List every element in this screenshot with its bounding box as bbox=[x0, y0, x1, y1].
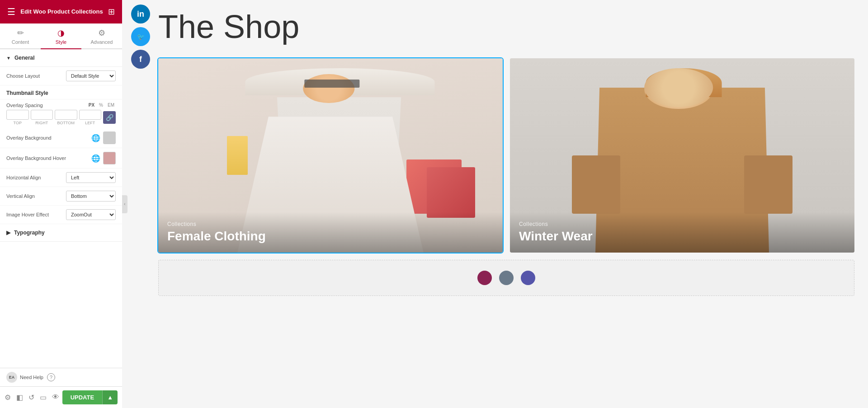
vertical-align-row: Vertical Align Top Middle Bottom bbox=[0, 187, 122, 206]
color-dot-maroon[interactable] bbox=[477, 271, 492, 285]
update-button-wrap: UPDATE ▲ bbox=[62, 390, 118, 404]
overlay-spacing-label-row: Overlay Spacing PX % EM bbox=[0, 99, 122, 109]
choose-layout-label: Choose Layout bbox=[6, 73, 66, 79]
overlay-background-hover-row: Overlay Background Hover 🌐 bbox=[0, 148, 122, 169]
spacing-left-wrap: LEFT bbox=[79, 110, 102, 125]
typography-section-header[interactable]: ▶ Typography bbox=[0, 224, 122, 242]
need-help-area[interactable]: EA Need Help bbox=[6, 372, 43, 383]
general-arrow: ▼ bbox=[6, 56, 11, 61]
spacing-right-wrap: RIGHT bbox=[31, 110, 53, 125]
toolbar-icons: ⚙ ◧ ↺ ▭ 👁 bbox=[5, 393, 59, 402]
overlay-spacing-label: Overlay Spacing bbox=[6, 103, 87, 108]
typography-section-label: Typography bbox=[14, 230, 45, 236]
spacing-link-button[interactable]: 🔗 bbox=[103, 111, 116, 124]
need-help-avatar: EA bbox=[6, 372, 17, 383]
overlay-background-hover-swatch[interactable] bbox=[103, 152, 116, 164]
image-hover-effect-row: Image Hover Effect None ZoomIn ZoomOut S… bbox=[0, 206, 122, 224]
overlay-background-swatch[interactable] bbox=[103, 131, 116, 144]
unit-px[interactable]: PX bbox=[87, 102, 96, 108]
style-tab-icon: ◑ bbox=[57, 28, 65, 38]
overlay-background-label: Overlay Background bbox=[6, 135, 91, 141]
spacing-bottom-label: BOTTOM bbox=[57, 121, 75, 125]
panel-title: Edit Woo Product Collections bbox=[20, 8, 103, 16]
update-button[interactable]: UPDATE bbox=[62, 390, 102, 404]
third-row-partial bbox=[158, 260, 854, 296]
color-dot-blue[interactable] bbox=[521, 271, 535, 285]
overlay-background-hover-controls: 🌐 bbox=[91, 152, 116, 164]
vertical-align-select[interactable]: Top Middle Bottom bbox=[66, 191, 116, 202]
overlay-background-controls: 🌐 bbox=[91, 131, 116, 144]
female-clothing-collection-label: Collections bbox=[167, 221, 494, 227]
bottom-toolbar: ⚙ ◧ ↺ ▭ 👁 UPDATE ▲ bbox=[0, 386, 122, 408]
spacing-left-label: LEFT bbox=[85, 121, 95, 125]
content-tab-icon: ✏ bbox=[17, 28, 24, 38]
advanced-tab-icon: ⚙ bbox=[98, 28, 105, 38]
tab-content[interactable]: ✏ Content bbox=[0, 23, 41, 49]
hamburger-icon[interactable]: ☰ bbox=[7, 6, 15, 17]
overlay-background-row: Overlay Background 🌐 bbox=[0, 128, 122, 148]
unit-percent[interactable]: % bbox=[98, 102, 104, 108]
winter-wear-overlay: Collections Winter Wear bbox=[510, 212, 854, 253]
toolbar-layers-icon[interactable]: ◧ bbox=[16, 393, 23, 402]
unit-em[interactable]: EM bbox=[106, 102, 116, 108]
facebook-icon[interactable]: f bbox=[131, 50, 150, 69]
help-question-icon[interactable]: ? bbox=[47, 373, 55, 381]
panel-footer: EA Need Help ? bbox=[0, 368, 122, 386]
horizontal-align-control: Left Center Right bbox=[66, 172, 116, 183]
vertical-align-control: Top Middle Bottom bbox=[66, 191, 116, 202]
image-hover-effect-control: None ZoomIn ZoomOut Slide bbox=[66, 209, 116, 220]
spacing-top-input[interactable] bbox=[6, 110, 29, 120]
horizontal-align-label: Horizontal Align bbox=[6, 175, 66, 180]
general-section-header[interactable]: ▼ General bbox=[0, 49, 122, 67]
spacing-units: PX % EM bbox=[87, 102, 116, 108]
tab-advanced[interactable]: ⚙ Advanced bbox=[81, 23, 122, 49]
main-content-area: The Shop bbox=[122, 0, 868, 305]
spacing-right-label: RIGHT bbox=[35, 121, 48, 125]
horizontal-align-row: Horizontal Align Left Center Right bbox=[0, 169, 122, 187]
toolbar-settings-icon[interactable]: ⚙ bbox=[5, 393, 11, 402]
thumbnail-style-header: Thumbnail Style bbox=[0, 85, 122, 99]
style-tab-label: Style bbox=[56, 39, 66, 45]
color-dot-gray[interactable] bbox=[499, 271, 514, 285]
need-help-label: Need Help bbox=[20, 375, 43, 380]
twitter-icon[interactable]: 🐦 bbox=[131, 27, 150, 46]
product-card-female-clothing[interactable]: Collections Female Clothing bbox=[158, 58, 503, 253]
image-hover-effect-label: Image Hover Effect bbox=[6, 212, 66, 217]
content-tab-label: Content bbox=[12, 39, 29, 45]
overlay-background-hover-label: Overlay Background Hover bbox=[6, 155, 91, 161]
choose-layout-row: Choose Layout Default Style Style 1 Styl… bbox=[0, 67, 122, 85]
female-clothing-name: Female Clothing bbox=[167, 229, 494, 244]
shop-title: The Shop bbox=[158, 9, 854, 45]
product-grid: Collections Female Clothing bbox=[158, 58, 854, 253]
spacing-right-input[interactable] bbox=[31, 110, 53, 120]
spacing-bottom-wrap: BOTTOM bbox=[55, 110, 77, 125]
linkedin-icon[interactable]: in bbox=[131, 5, 150, 23]
spacing-bottom-input[interactable] bbox=[55, 110, 77, 120]
toolbar-preview-icon[interactable]: 👁 bbox=[52, 393, 59, 402]
overlay-background-hover-globe-icon[interactable]: 🌐 bbox=[91, 154, 100, 163]
thumbnail-style-label: Thumbnail Style bbox=[6, 90, 48, 96]
choose-layout-control: Default Style Style 1 Style 2 Style 3 bbox=[66, 70, 116, 81]
horizontal-align-select[interactable]: Left Center Right bbox=[66, 172, 116, 183]
panel-content: ▼ General Choose Layout Default Style St… bbox=[0, 49, 122, 368]
social-icons: in 🐦 f bbox=[131, 5, 150, 69]
vertical-align-label: Vertical Align bbox=[6, 193, 66, 199]
spacing-top-label: TOP bbox=[14, 121, 22, 125]
panel-header: ☰ Edit Woo Product Collections ⊞ bbox=[0, 0, 122, 23]
grid-icon[interactable]: ⊞ bbox=[108, 7, 115, 17]
winter-wear-collection-label: Collections bbox=[519, 221, 845, 227]
product-card-winter-wear[interactable]: Collections Winter Wear bbox=[510, 58, 854, 253]
spacing-top-wrap: TOP bbox=[6, 110, 29, 125]
tab-style[interactable]: ◑ Style bbox=[41, 23, 81, 49]
panel-collapse-handle[interactable]: ‹ bbox=[122, 195, 127, 213]
left-panel: ☰ Edit Woo Product Collections ⊞ ✏ Conte… bbox=[0, 0, 122, 408]
image-hover-effect-select[interactable]: None ZoomIn ZoomOut Slide bbox=[66, 209, 116, 220]
spacing-left-input[interactable] bbox=[79, 110, 102, 120]
choose-layout-select[interactable]: Default Style Style 1 Style 2 Style 3 bbox=[66, 70, 116, 81]
overlay-spacing-inputs: TOP RIGHT BOTTOM LEFT 🔗 bbox=[0, 109, 122, 128]
toolbar-responsive-icon[interactable]: ▭ bbox=[40, 393, 47, 402]
typography-arrow: ▶ bbox=[6, 230, 10, 236]
update-arrow-button[interactable]: ▲ bbox=[102, 390, 118, 404]
overlay-background-globe-icon[interactable]: 🌐 bbox=[91, 134, 100, 142]
toolbar-history-icon[interactable]: ↺ bbox=[28, 393, 34, 402]
